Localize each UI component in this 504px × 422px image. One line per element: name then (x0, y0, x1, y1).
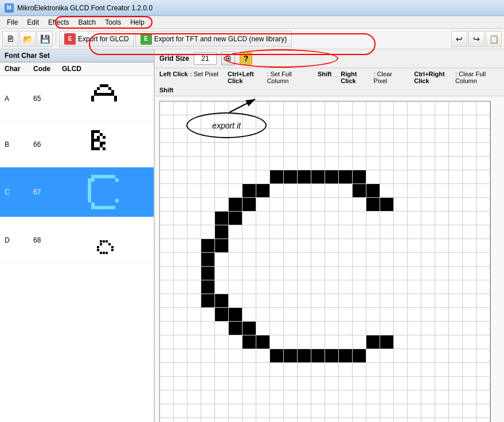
pixel-cell[interactable] (201, 143, 215, 157)
pixel-cell[interactable] (449, 390, 463, 404)
pixel-cell[interactable] (325, 267, 339, 280)
pixel-cell[interactable] (174, 184, 187, 198)
pixel-cell[interactable] (394, 418, 408, 422)
pixel-cell[interactable] (270, 294, 284, 308)
pixel-cell[interactable] (215, 143, 229, 157)
pixel-cell[interactable] (476, 294, 490, 308)
pixel-cell[interactable] (298, 404, 311, 418)
pixel-cell[interactable] (298, 212, 311, 225)
pixel-cell[interactable] (215, 115, 229, 129)
pixel-cell[interactable] (256, 404, 270, 418)
pixel-cell[interactable] (449, 129, 463, 143)
pixel-cell[interactable] (187, 294, 201, 308)
pixel-cell[interactable] (270, 280, 284, 294)
pixel-cell[interactable] (229, 143, 243, 157)
pixel-cell[interactable] (311, 212, 325, 225)
pixel-cell[interactable] (421, 143, 435, 157)
pixel-cell[interactable] (476, 198, 490, 212)
pixel-cell[interactable] (435, 212, 449, 225)
pixel-cell[interactable] (476, 418, 490, 422)
pixel-cell[interactable] (421, 418, 435, 422)
pixel-cell[interactable] (380, 335, 394, 349)
pixel-cell[interactable] (174, 157, 187, 170)
new-button[interactable]: 🖹 (2, 31, 18, 47)
pixel-cell[interactable] (394, 225, 408, 239)
pixel-cell[interactable] (408, 363, 421, 377)
pixel-cell[interactable] (463, 390, 476, 404)
pixel-cell[interactable] (270, 115, 284, 129)
pixel-cell[interactable] (394, 170, 408, 184)
pixel-cell[interactable] (366, 349, 380, 363)
pixel-cell[interactable] (421, 115, 435, 129)
pixel-cell[interactable] (187, 198, 201, 212)
pixel-cell[interactable] (298, 294, 311, 308)
pixel-cell[interactable] (256, 335, 270, 349)
pixel-cell[interactable] (339, 101, 353, 115)
pixel-cell[interactable] (160, 212, 174, 225)
pixel-cell[interactable] (229, 129, 243, 143)
undo-button[interactable]: ↩ (451, 31, 467, 47)
pixel-cell[interactable] (243, 390, 256, 404)
pixel-cell[interactable] (201, 239, 215, 253)
pixel-cell[interactable] (353, 280, 366, 294)
pixel-cell[interactable] (229, 212, 243, 225)
pixel-cell[interactable] (187, 225, 201, 239)
pixel-cell[interactable] (174, 280, 187, 294)
pixel-cell[interactable] (243, 349, 256, 363)
pixel-cell[interactable] (353, 225, 366, 239)
pixel-cell[interactable] (394, 143, 408, 157)
pixel-cell[interactable] (380, 377, 394, 390)
pixel-cell[interactable] (284, 390, 298, 404)
pixel-cell[interactable] (160, 198, 174, 212)
pixel-cell[interactable] (243, 101, 256, 115)
pixel-cell[interactable] (229, 157, 243, 170)
pixel-cell[interactable] (421, 212, 435, 225)
pixel-cell[interactable] (408, 198, 421, 212)
pixel-cell[interactable] (160, 239, 174, 253)
pixel-cell[interactable] (394, 390, 408, 404)
pixel-cell[interactable] (229, 225, 243, 239)
pixel-cell[interactable] (435, 418, 449, 422)
pixel-cell[interactable] (339, 377, 353, 390)
pixel-cell[interactable] (366, 377, 380, 390)
pixel-cell[interactable] (353, 253, 366, 267)
pixel-cell[interactable] (449, 267, 463, 280)
pixel-cell[interactable] (449, 115, 463, 129)
pixel-cell[interactable] (284, 294, 298, 308)
pixel-cell[interactable] (435, 184, 449, 198)
pixel-cell[interactable] (270, 101, 284, 115)
pixel-cell[interactable] (243, 115, 256, 129)
pixel-cell[interactable] (229, 322, 243, 335)
pixel-cell[interactable] (408, 308, 421, 322)
help-button[interactable]: ? (240, 52, 252, 65)
pixel-cell[interactable] (174, 335, 187, 349)
pixel-cell[interactable] (366, 404, 380, 418)
pixel-cell[interactable] (394, 335, 408, 349)
pixel-cell[interactable] (201, 225, 215, 239)
pixel-cell[interactable] (325, 294, 339, 308)
pixel-cell[interactable] (366, 308, 380, 322)
pixel-cell[interactable] (201, 157, 215, 170)
pixel-cell[interactable] (243, 143, 256, 157)
pixel-cell[interactable] (229, 239, 243, 253)
pixel-cell[interactable] (215, 253, 229, 267)
pixel-cell[interactable] (270, 129, 284, 143)
pixel-cell[interactable] (366, 184, 380, 198)
pixel-cell[interactable] (408, 101, 421, 115)
pixel-cell[interactable] (270, 349, 284, 363)
pixel-cell[interactable] (243, 253, 256, 267)
pixel-cell[interactable] (353, 267, 366, 280)
pixel-cell[interactable] (463, 170, 476, 184)
pixel-cell[interactable] (229, 253, 243, 267)
pixel-cell[interactable] (270, 198, 284, 212)
pixel-cell[interactable] (339, 212, 353, 225)
pixel-cell[interactable] (256, 308, 270, 322)
pixel-cell[interactable] (284, 363, 298, 377)
pixel-cell[interactable] (339, 170, 353, 184)
pixel-cell[interactable] (284, 322, 298, 335)
pixel-cell[interactable] (284, 253, 298, 267)
pixel-cell[interactable] (160, 101, 174, 115)
pixel-cell[interactable] (353, 377, 366, 390)
pixel-cell[interactable] (476, 363, 490, 377)
pixel-cell[interactable] (366, 115, 380, 129)
